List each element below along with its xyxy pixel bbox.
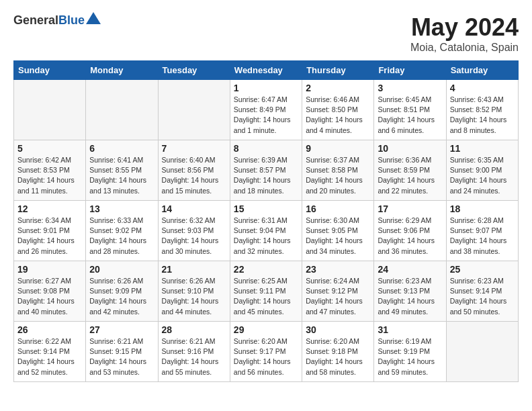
day-cell: 29Sunrise: 6:20 AMSunset: 9:17 PMDayligh… bbox=[230, 322, 302, 382]
day-cell: 23Sunrise: 6:24 AMSunset: 9:12 PMDayligh… bbox=[302, 261, 374, 322]
col-header-saturday: Saturday bbox=[446, 61, 518, 80]
day-cell: 13Sunrise: 6:33 AMSunset: 9:02 PMDayligh… bbox=[86, 201, 158, 261]
day-info: Sunrise: 6:24 AMSunset: 9:12 PMDaylight:… bbox=[306, 276, 370, 317]
day-info: Sunrise: 6:23 AMSunset: 9:13 PMDaylight:… bbox=[378, 276, 442, 317]
day-cell: 26Sunrise: 6:22 AMSunset: 9:14 PMDayligh… bbox=[14, 322, 86, 382]
svg-marker-0 bbox=[86, 12, 101, 24]
day-number: 4 bbox=[450, 83, 515, 93]
day-cell: 7Sunrise: 6:40 AMSunset: 8:56 PMDaylight… bbox=[158, 140, 230, 201]
day-number: 12 bbox=[17, 203, 82, 214]
day-cell: 9Sunrise: 6:37 AMSunset: 8:58 PMDaylight… bbox=[302, 140, 374, 201]
day-cell: 1Sunrise: 6:47 AMSunset: 8:49 PMDaylight… bbox=[230, 80, 302, 140]
col-header-thursday: Thursday bbox=[302, 61, 374, 80]
day-cell: 18Sunrise: 6:28 AMSunset: 9:07 PMDayligh… bbox=[446, 201, 518, 261]
day-cell bbox=[158, 80, 230, 140]
day-cell: 20Sunrise: 6:26 AMSunset: 9:09 PMDayligh… bbox=[86, 261, 158, 322]
day-cell: 5Sunrise: 6:42 AMSunset: 8:53 PMDaylight… bbox=[14, 140, 86, 201]
day-cell: 17Sunrise: 6:29 AMSunset: 9:06 PMDayligh… bbox=[374, 201, 446, 261]
week-row-4: 19Sunrise: 6:27 AMSunset: 9:08 PMDayligh… bbox=[14, 261, 519, 322]
day-info: Sunrise: 6:28 AMSunset: 9:07 PMDaylight:… bbox=[450, 216, 515, 257]
day-info: Sunrise: 6:20 AMSunset: 9:17 PMDaylight:… bbox=[234, 336, 298, 377]
day-cell: 4Sunrise: 6:43 AMSunset: 8:52 PMDaylight… bbox=[446, 80, 518, 140]
day-cell: 8Sunrise: 6:39 AMSunset: 8:57 PMDaylight… bbox=[230, 140, 302, 201]
col-header-monday: Monday bbox=[86, 61, 158, 80]
day-number: 22 bbox=[234, 264, 298, 275]
day-info: Sunrise: 6:21 AMSunset: 9:16 PMDaylight:… bbox=[162, 336, 226, 377]
day-number: 1 bbox=[234, 83, 298, 93]
day-cell: 10Sunrise: 6:36 AMSunset: 8:59 PMDayligh… bbox=[374, 140, 446, 201]
week-row-3: 12Sunrise: 6:34 AMSunset: 9:01 PMDayligh… bbox=[14, 201, 519, 261]
day-number: 29 bbox=[234, 324, 298, 335]
day-cell: 6Sunrise: 6:41 AMSunset: 8:55 PMDaylight… bbox=[86, 140, 158, 201]
logo-icon bbox=[86, 12, 101, 24]
day-number: 19 bbox=[17, 264, 82, 275]
day-info: Sunrise: 6:26 AMSunset: 9:10 PMDaylight:… bbox=[162, 276, 226, 317]
day-info: Sunrise: 6:31 AMSunset: 9:04 PMDaylight:… bbox=[234, 216, 298, 257]
day-info: Sunrise: 6:36 AMSunset: 8:59 PMDaylight:… bbox=[378, 155, 442, 196]
day-number: 28 bbox=[162, 324, 226, 335]
day-number: 23 bbox=[306, 264, 370, 275]
calendar-table: SundayMondayTuesdayWednesdayThursdayFrid… bbox=[13, 60, 519, 382]
day-cell: 2Sunrise: 6:46 AMSunset: 8:50 PMDaylight… bbox=[302, 80, 374, 140]
day-cell: 25Sunrise: 6:23 AMSunset: 9:14 PMDayligh… bbox=[446, 261, 518, 322]
day-info: Sunrise: 6:26 AMSunset: 9:09 PMDaylight:… bbox=[89, 276, 154, 317]
day-info: Sunrise: 6:42 AMSunset: 8:53 PMDaylight:… bbox=[17, 155, 82, 196]
week-row-2: 5Sunrise: 6:42 AMSunset: 8:53 PMDaylight… bbox=[14, 140, 519, 201]
day-cell bbox=[446, 322, 518, 382]
day-number: 17 bbox=[378, 203, 442, 214]
day-number: 6 bbox=[89, 143, 154, 154]
day-info: Sunrise: 6:33 AMSunset: 9:02 PMDaylight:… bbox=[89, 216, 154, 257]
day-number: 5 bbox=[17, 143, 82, 154]
day-info: Sunrise: 6:41 AMSunset: 8:55 PMDaylight:… bbox=[89, 155, 154, 196]
day-number: 13 bbox=[89, 203, 154, 214]
week-row-5: 26Sunrise: 6:22 AMSunset: 9:14 PMDayligh… bbox=[14, 322, 519, 382]
day-number: 21 bbox=[162, 264, 226, 275]
day-number: 24 bbox=[378, 264, 442, 275]
day-number: 11 bbox=[450, 143, 515, 154]
day-info: Sunrise: 6:30 AMSunset: 9:05 PMDaylight:… bbox=[306, 216, 370, 257]
day-info: Sunrise: 6:34 AMSunset: 9:01 PMDaylight:… bbox=[17, 216, 82, 257]
day-cell: 15Sunrise: 6:31 AMSunset: 9:04 PMDayligh… bbox=[230, 201, 302, 261]
day-number: 3 bbox=[378, 83, 442, 93]
day-info: Sunrise: 6:43 AMSunset: 8:52 PMDaylight:… bbox=[450, 95, 515, 136]
week-row-1: 1Sunrise: 6:47 AMSunset: 8:49 PMDaylight… bbox=[14, 80, 519, 140]
day-cell: 19Sunrise: 6:27 AMSunset: 9:08 PMDayligh… bbox=[14, 261, 86, 322]
day-info: Sunrise: 6:37 AMSunset: 8:58 PMDaylight:… bbox=[306, 155, 370, 196]
month-title: May 2024 bbox=[410, 13, 519, 42]
day-info: Sunrise: 6:46 AMSunset: 8:50 PMDaylight:… bbox=[306, 95, 370, 136]
col-header-sunday: Sunday bbox=[14, 61, 86, 80]
day-number: 9 bbox=[306, 143, 370, 154]
day-cell: 27Sunrise: 6:21 AMSunset: 9:15 PMDayligh… bbox=[86, 322, 158, 382]
day-info: Sunrise: 6:32 AMSunset: 9:03 PMDaylight:… bbox=[162, 216, 226, 257]
page-header: GeneralBlue May 2024 Moia, Catalonia, Sp… bbox=[13, 13, 519, 54]
day-number: 8 bbox=[234, 143, 298, 154]
day-cell: 14Sunrise: 6:32 AMSunset: 9:03 PMDayligh… bbox=[158, 201, 230, 261]
day-number: 25 bbox=[450, 264, 515, 275]
day-cell: 24Sunrise: 6:23 AMSunset: 9:13 PMDayligh… bbox=[374, 261, 446, 322]
day-number: 2 bbox=[306, 83, 370, 93]
day-cell: 30Sunrise: 6:20 AMSunset: 9:18 PMDayligh… bbox=[302, 322, 374, 382]
day-number: 16 bbox=[306, 203, 370, 214]
day-number: 10 bbox=[378, 143, 442, 154]
day-number: 18 bbox=[450, 203, 515, 214]
col-header-wednesday: Wednesday bbox=[230, 61, 302, 80]
day-info: Sunrise: 6:21 AMSunset: 9:15 PMDaylight:… bbox=[89, 336, 154, 377]
logo-text-blue: Blue bbox=[58, 13, 85, 27]
day-cell: 3Sunrise: 6:45 AMSunset: 8:51 PMDaylight… bbox=[374, 80, 446, 140]
day-info: Sunrise: 6:27 AMSunset: 9:08 PMDaylight:… bbox=[17, 276, 82, 317]
day-number: 20 bbox=[89, 264, 154, 275]
col-header-tuesday: Tuesday bbox=[158, 61, 230, 80]
day-number: 27 bbox=[89, 324, 154, 335]
day-info: Sunrise: 6:22 AMSunset: 9:14 PMDaylight:… bbox=[17, 336, 82, 377]
day-number: 14 bbox=[162, 203, 226, 214]
location: Moia, Catalonia, Spain bbox=[410, 42, 519, 54]
logo: GeneralBlue bbox=[13, 13, 85, 28]
day-cell bbox=[86, 80, 158, 140]
day-cell: 31Sunrise: 6:19 AMSunset: 9:19 PMDayligh… bbox=[374, 322, 446, 382]
day-info: Sunrise: 6:23 AMSunset: 9:14 PMDaylight:… bbox=[450, 276, 515, 317]
day-number: 30 bbox=[306, 324, 370, 335]
day-number: 31 bbox=[378, 324, 442, 335]
header-row: SundayMondayTuesdayWednesdayThursdayFrid… bbox=[14, 61, 519, 80]
day-info: Sunrise: 6:47 AMSunset: 8:49 PMDaylight:… bbox=[234, 95, 298, 136]
day-cell: 28Sunrise: 6:21 AMSunset: 9:16 PMDayligh… bbox=[158, 322, 230, 382]
